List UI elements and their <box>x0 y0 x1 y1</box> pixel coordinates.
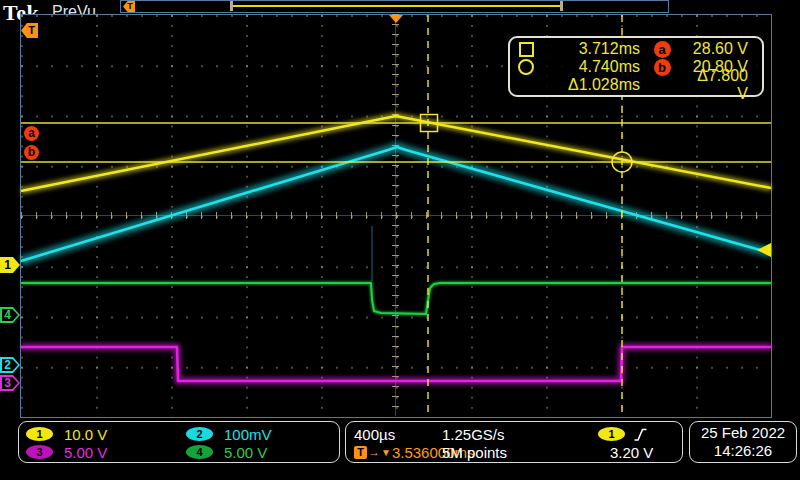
square-cursor-icon <box>510 42 542 57</box>
cursor-b-badge[interactable]: b <box>24 145 39 160</box>
trigger-level-readout[interactable]: 3.20 V <box>598 443 682 461</box>
channel-3-position-marker[interactable]: 3 <box>0 375 20 391</box>
cursor-b-channel-badge: b <box>654 59 671 76</box>
time-label: 14:26:26 <box>714 442 772 460</box>
cursor-a-badge[interactable]: a <box>24 126 39 141</box>
datetime-box: 25 Feb 2022 14:26:26 <box>689 421 797 463</box>
circle-cursor-icon <box>510 59 542 75</box>
delay-reference-icon: ▼ <box>381 447 391 458</box>
channel-1-scale: 10.0 V <box>64 426 107 443</box>
channel-2-position-marker[interactable]: 2 <box>0 357 20 373</box>
cursor-delta-voltage: Δ7.800 V <box>684 67 762 103</box>
sample-rate-readout[interactable]: 1.25GS/s <box>442 425 598 443</box>
channel-1-marker-label: 1 <box>0 257 15 273</box>
oscilloscope-screen: Tek PreVu T T a b 1 4 2 3 <box>0 0 800 480</box>
cursor-a-row: 3.712ms a 28.60 V <box>510 40 762 58</box>
delay-readout[interactable]: T → ▼ 3.536000ms <box>354 443 442 461</box>
cursor-a-voltage: 28.60 V <box>684 40 762 58</box>
delay-arrow-icon: → <box>368 446 380 459</box>
delay-trigger-icon: T <box>354 446 367 459</box>
channel-3-readout[interactable]: 3 5.00 V <box>26 443 186 461</box>
trigger-position-icon[interactable] <box>389 15 403 23</box>
record-window-bracket-right <box>560 1 563 11</box>
channel-2-readout[interactable]: 2 100mV <box>186 425 339 443</box>
channel-2-scale: 100mV <box>224 426 272 443</box>
channel-3-badge: 3 <box>26 445 53 459</box>
trigger-source-badge: 1 <box>598 427 625 441</box>
trigger-slope-rising-icon <box>633 427 648 442</box>
channel-1-readout[interactable]: 1 10.0 V <box>26 425 186 443</box>
cursor-readout-box: 3.712ms a 28.60 V 4.740ms b 20.80 V Δ1.0… <box>508 36 764 97</box>
channel-4-badge: 4 <box>186 445 213 459</box>
channel-2-badge: 2 <box>186 427 213 441</box>
channel-4-marker-label: 4 <box>0 307 15 323</box>
horizontal-trigger-box: 400µs 1.25GS/s 1 T → ▼ 3.536000ms 5M poi… <box>345 421 683 463</box>
record-trigger-icon: T <box>123 1 135 12</box>
cursor-a-channel-badge: a <box>654 41 671 58</box>
channel-1-badge: 1 <box>26 427 53 441</box>
cursor-b-time: 4.740ms <box>542 58 640 76</box>
record-length-readout[interactable]: 5M points <box>442 443 598 461</box>
cursor-delta-row: Δ1.028ms Δ7.800 V <box>510 76 762 94</box>
channel-4-readout[interactable]: 4 5.00 V <box>186 443 339 461</box>
channel-4-scale: 5.00 V <box>224 444 267 461</box>
channel-4-position-marker[interactable]: 4 <box>0 307 20 323</box>
date-label: 25 Feb 2022 <box>701 424 785 442</box>
timebase-readout[interactable]: 400µs <box>354 425 442 443</box>
trigger-source-readout[interactable]: 1 <box>598 425 682 443</box>
channel-3-scale: 5.00 V <box>64 444 107 461</box>
trigger-level-arrow-icon[interactable] <box>757 243 771 257</box>
channel-3-marker-label: 3 <box>0 375 15 391</box>
cursor-a-time: 3.712ms <box>542 40 640 58</box>
record-window-indicator[interactable] <box>233 5 560 7</box>
cursor-delta-time: Δ1.028ms <box>542 76 640 94</box>
channel-1-position-marker[interactable]: 1 <box>0 257 20 273</box>
graticule-center-horizontal-ticks <box>21 212 771 219</box>
channel-2-marker-label: 2 <box>0 357 15 373</box>
record-view-bar[interactable]: T <box>120 0 669 13</box>
channel-scale-box: 1 10.0 V 2 100mV 3 5.00 V 4 5.00 V <box>18 421 340 463</box>
